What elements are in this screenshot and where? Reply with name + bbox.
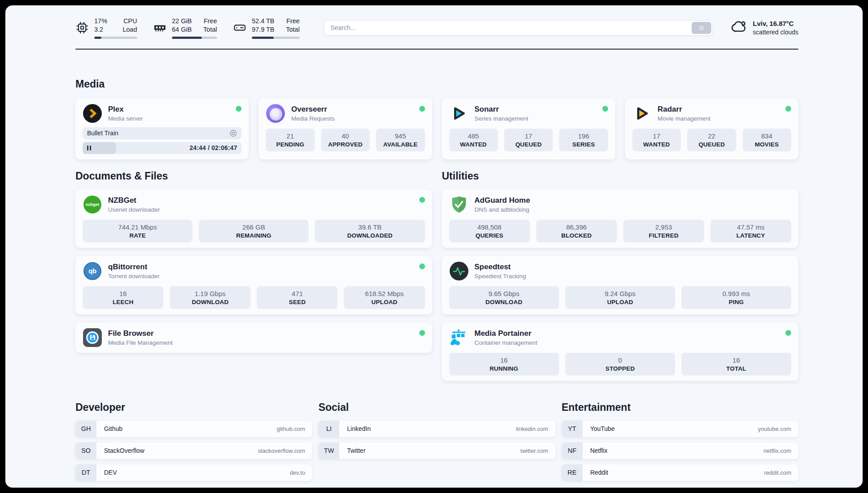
middle-columns: Documents & Files nzbget NZBGet Usenet d… (75, 170, 798, 381)
stat-box: 196SERIES (559, 129, 608, 151)
section-title-developer: Developer (75, 401, 312, 414)
weather-text: Lviv, 16.87°C scattered clouds (753, 19, 798, 37)
stat-value: 16 (84, 290, 162, 297)
card-head: Speedtest Speedtest Tracking (449, 261, 792, 281)
section-title-social: Social (318, 401, 555, 414)
link-abbr: SO (75, 443, 96, 459)
qbittorrent-icon: qb (83, 261, 102, 281)
status-online-dot (785, 106, 791, 112)
stat-value: 39.6 TB (317, 223, 423, 231)
status-online-dot (602, 106, 608, 112)
card-head: qb qBittorrent Torrent downloader (83, 261, 425, 281)
app-name: Plex (108, 105, 143, 114)
app-card-adguard[interactable]: AdGuard Home DNS and adblocking 498,508Q… (442, 189, 799, 248)
stat-box: 16TOTAL (681, 353, 791, 376)
app-subtitle: Media File Management (108, 339, 173, 346)
link-row-linkedin[interactable]: LI LinkedIn linkedin.com (318, 421, 555, 437)
stat-value: 0.993 ms (683, 290, 789, 297)
app-card-plex[interactable]: Plex Media server Bullet Train (75, 98, 249, 159)
stat-value: 744.21 Mbps (84, 223, 191, 231)
stats-row: 16RUNNING 0STOPPED 16TOTAL (449, 353, 792, 376)
link-row-stackoverflow[interactable]: SO StackOverflow stackoverflow.com (75, 443, 312, 459)
pause-icon[interactable] (87, 146, 91, 150)
stat-box: 9.65 GbpsDOWNLOAD (449, 286, 559, 309)
link-row-netflix[interactable]: NF Netflix netflix.com (562, 443, 798, 459)
app-subtitle: DNS and adblocking (475, 206, 530, 213)
link-row-twitter[interactable]: TW Twitter twitter.com (318, 443, 555, 459)
link-url: youtube.com (758, 426, 791, 432)
link-rows: GH Github github.com SO StackOverflow st… (75, 421, 312, 481)
link-row-youtube[interactable]: YT YouTube youtube.com (562, 421, 798, 437)
card-head: File Browser Media File Management (83, 328, 425, 347)
stats-row: 485WANTED 17QUEUED 196SERIES (449, 129, 608, 151)
disk-values: 52.4 TB 97.9 TB (252, 17, 275, 34)
links-column-social: Social LI LinkedIn linkedin.com TW Twitt… (318, 401, 555, 459)
cpu-widget: 17% 3.2 CPU Load (75, 17, 137, 39)
sonarr-icon (449, 104, 469, 123)
disk-free-label: Free (286, 17, 300, 25)
stat-box: 86,396BLOCKED (536, 220, 617, 242)
ram-free-label: Free (203, 17, 217, 25)
stat-box: 40APPROVED (321, 129, 370, 151)
link-row-reddit[interactable]: RE Reddit reddit.com (562, 464, 798, 481)
app-subtitle: Container management (475, 339, 538, 346)
app-card-nzbget[interactable]: nzbget NZBGet Usenet downloader 744.21 M… (75, 189, 432, 248)
link-name: DEV (104, 469, 117, 476)
stat-box: 744.21 MbpsRATE (83, 220, 192, 242)
stat-label: QUEUED (506, 141, 551, 148)
link-name: Netflix (590, 447, 608, 454)
cpu-stats: 17% 3.2 CPU Load (94, 17, 137, 39)
ram-progress-bar (172, 37, 217, 39)
link-row-dev[interactable]: DT DEV dev.to (75, 464, 312, 481)
documents-stack: nzbget NZBGet Usenet downloader 744.21 M… (75, 189, 432, 353)
stat-label: LEECH (84, 299, 162, 305)
cpu-progress-fill (94, 37, 101, 39)
portainer-icon (449, 328, 469, 347)
search-engine-button[interactable]: G (692, 22, 711, 34)
app-subtitle: Media server (108, 115, 143, 122)
media-grid: Plex Media server Bullet Train (75, 98, 798, 159)
stats-row: 498,508QUERIES 86,396BLOCKED 2,953FILTER… (449, 220, 792, 242)
app-card-radarr[interactable]: Radarr Movie management 17WANTED 22QUEUE… (625, 98, 798, 159)
disk-progress-fill (252, 37, 274, 39)
link-name: StackOverflow (104, 447, 144, 454)
stat-box: 21PENDING (266, 129, 314, 151)
plex-icon (83, 104, 102, 123)
link-url: twitter.com (521, 447, 548, 454)
stat-value: 21 (267, 132, 313, 140)
app-card-speedtest[interactable]: Speedtest Speedtest Tracking 9.65 GbpsDO… (442, 256, 799, 314)
app-card-sonarr[interactable]: Sonarr Series management 485WANTED 17QUE… (442, 98, 615, 159)
utilities-stack: AdGuard Home DNS and adblocking 498,508Q… (442, 189, 799, 381)
link-name: LinkedIn (347, 425, 371, 432)
stat-box: 2,953FILTERED (623, 220, 704, 242)
link-abbr: TW (318, 443, 339, 459)
header: 17% 3.2 CPU Load (75, 17, 798, 39)
app-card-qbittorrent[interactable]: qb qBittorrent Torrent downloader 16LEEC… (75, 256, 432, 314)
search-input[interactable] (324, 20, 713, 36)
stat-label: TOTAL (683, 365, 789, 372)
card-titles: AdGuard Home DNS and adblocking (475, 196, 530, 213)
link-abbr: YT (562, 421, 583, 437)
card-titles: Radarr Movie management (658, 105, 711, 122)
stat-value: 196 (561, 132, 606, 140)
app-card-overseerr[interactable]: Overseerr Media Requests 21PENDING 40APP… (259, 98, 432, 159)
stat-value: 498,508 (451, 223, 528, 231)
app-name: Sonarr (475, 105, 529, 114)
cpu-icon (75, 21, 89, 34)
card-titles: File Browser Media File Management (108, 329, 173, 346)
ram-free-value: 22 GiB (172, 17, 192, 25)
app-card-filebrowser[interactable]: File Browser Media File Management (75, 322, 432, 353)
stat-value: 17 (634, 132, 679, 140)
dashboard-content: 17% 3.2 CPU Load (5, 5, 863, 488)
card-head: Radarr Movie management (632, 104, 791, 123)
link-row-github[interactable]: GH Github github.com (75, 421, 312, 437)
app-card-portainer[interactable]: Media Portainer Container management 16R… (442, 322, 799, 381)
link-abbr: DT (75, 464, 96, 481)
stat-label: PENDING (267, 141, 313, 148)
session-camera-icon[interactable] (230, 130, 237, 137)
stat-box: 16RUNNING (449, 353, 559, 376)
disk-total-label: Total (286, 25, 300, 34)
stat-value: 9.24 Gbps (567, 290, 673, 297)
app-subtitle: Speedtest Tracking (475, 273, 526, 280)
card-head: Plex Media server (83, 104, 242, 123)
